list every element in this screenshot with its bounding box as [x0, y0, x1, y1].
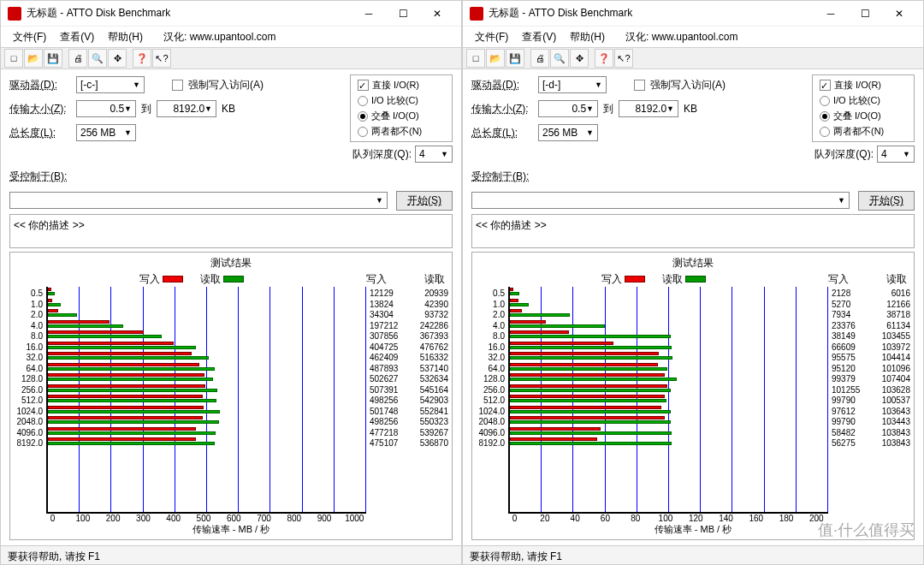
write-bar: [510, 320, 546, 324]
toolbar-button[interactable]: ✥: [570, 49, 589, 68]
toolbar-button[interactable]: 📂: [24, 49, 43, 68]
minimize-button[interactable]: ─: [352, 2, 386, 26]
toolbar-button[interactable]: ❓: [595, 49, 613, 68]
qdepth-select[interactable]: 4▼: [415, 146, 453, 163]
read-bar: [510, 292, 519, 295]
drive-select[interactable]: [-d-]▼: [538, 76, 607, 93]
maximize-button[interactable]: ☐: [386, 2, 420, 26]
toolbar-button[interactable]: 🖨: [530, 49, 549, 68]
chart-area: [508, 287, 828, 514]
write-bar: [510, 416, 665, 419]
toolbar-button[interactable]: □: [4, 49, 23, 68]
value-row: 498256542903: [370, 396, 448, 407]
to-label: 到: [603, 102, 613, 116]
bar-row: [48, 372, 366, 384]
menu-file[interactable]: 文件(F): [470, 28, 513, 46]
maximize-button[interactable]: ☐: [848, 2, 882, 26]
value-row: 527012166: [832, 300, 910, 311]
direct-io-checkbox[interactable]: ✓: [358, 80, 369, 91]
bar-row: [48, 405, 366, 416]
y-tick: 2.0: [14, 310, 43, 321]
close-button[interactable]: ✕: [420, 2, 454, 26]
io-compare-radio[interactable]: [820, 96, 830, 106]
bar-row: [510, 372, 828, 384]
qdepth-select[interactable]: 4▼: [877, 146, 915, 163]
write-bar: [510, 406, 661, 409]
toolbar-button[interactable]: 🖨: [68, 49, 87, 68]
bar-row: [510, 426, 828, 437]
menu-file[interactable]: 文件(F): [8, 28, 51, 46]
statusbar: 要获得帮助, 请按 F1: [463, 545, 923, 564]
x-tick: 900: [309, 514, 339, 523]
read-bar: [510, 335, 671, 338]
toolbar-button[interactable]: ✥: [108, 49, 127, 68]
bar-row: [510, 319, 828, 330]
read-bar: [510, 303, 529, 306]
neither-label: 两者都不(N): [371, 125, 422, 138]
neither-radio[interactable]: [358, 127, 368, 137]
drive-select[interactable]: [-c-]▼: [76, 76, 145, 93]
menubar: 文件(F) 查看(V) 帮助(H) 汉化: www.upantool.com: [463, 27, 923, 47]
menu-view[interactable]: 查看(V): [55, 28, 99, 46]
y-axis: 0.51.02.04.08.016.032.064.0128.0256.0512…: [14, 287, 43, 514]
neither-label: 两者都不(N): [833, 125, 884, 138]
toolbar-button[interactable]: ↖?: [614, 49, 633, 68]
total-select[interactable]: 256 MB▼: [538, 124, 598, 141]
controlled-label: 受控制于(B):: [471, 170, 533, 184]
x-tick: 200: [98, 514, 128, 523]
close-button[interactable]: ✕: [882, 2, 916, 26]
transfer-to-select[interactable]: 8192.0▼: [157, 100, 216, 117]
neither-radio[interactable]: [820, 127, 830, 137]
force-write-checkbox[interactable]: [634, 80, 645, 91]
toolbar-button[interactable]: □: [466, 49, 485, 68]
toolbar-button[interactable]: ❓: [133, 49, 151, 68]
toolbar-button[interactable]: 🔍: [88, 49, 107, 68]
write-bar: [48, 427, 196, 431]
controlled-select[interactable]: ▼: [9, 192, 388, 209]
description-box[interactable]: << 你的描述 >>: [9, 214, 453, 248]
transfer-from-select[interactable]: 0.5▼: [538, 100, 598, 117]
read-bar: [48, 410, 220, 413]
read-bar: [48, 399, 216, 402]
write-bar: [48, 288, 51, 291]
minimize-button[interactable]: ─: [814, 2, 848, 26]
start-button[interactable]: 开始(S): [396, 191, 453, 211]
menu-help[interactable]: 帮助(H): [565, 28, 610, 46]
y-tick: 512.0: [476, 396, 505, 407]
value-row: 487893537140: [370, 364, 448, 375]
toolbar-button[interactable]: 💾: [44, 49, 62, 68]
y-axis: 0.51.02.04.08.016.032.064.0128.0256.0512…: [476, 287, 505, 514]
value-row: 404725476762: [370, 342, 448, 354]
controlled-select[interactable]: ▼: [471, 192, 850, 209]
total-select[interactable]: 256 MB▼: [76, 124, 136, 141]
read-bar: [48, 431, 216, 435]
read-bar: [510, 442, 672, 445]
write-bar: [510, 342, 613, 345]
write-bar: [510, 395, 665, 398]
force-write-checkbox[interactable]: [172, 80, 183, 91]
start-button[interactable]: 开始(S): [858, 191, 915, 211]
direct-io-checkbox[interactable]: ✓: [820, 80, 831, 91]
x-tick: 100: [650, 514, 680, 523]
overlap-io-radio[interactable]: [358, 111, 368, 122]
overlap-io-radio[interactable]: [820, 111, 830, 122]
description-box[interactable]: << 你的描述 >>: [471, 214, 915, 248]
toolbar-button[interactable]: 💾: [506, 49, 524, 68]
toolbar-button[interactable]: 🔍: [550, 49, 569, 68]
toolbar-button[interactable]: 📂: [486, 49, 505, 68]
transfer-from-select[interactable]: 0.5▼: [76, 100, 136, 117]
value-row: 95120101096: [832, 364, 910, 375]
menu-view[interactable]: 查看(V): [517, 28, 561, 46]
io-compare-radio[interactable]: [358, 96, 368, 106]
y-tick: 1.0: [14, 300, 43, 311]
kb-label: KB: [684, 103, 697, 115]
y-tick: 4096.0: [14, 428, 43, 439]
toolbar-button[interactable]: ↖?: [152, 49, 171, 68]
transfer-to-select[interactable]: 8192.0▼: [619, 100, 678, 117]
menu-help[interactable]: 帮助(H): [103, 28, 148, 46]
value-row: 502627532634: [370, 374, 448, 385]
bar-row: [48, 287, 366, 298]
bar-row: [510, 287, 828, 298]
write-bar: [48, 384, 205, 388]
write-bar: [48, 395, 203, 398]
